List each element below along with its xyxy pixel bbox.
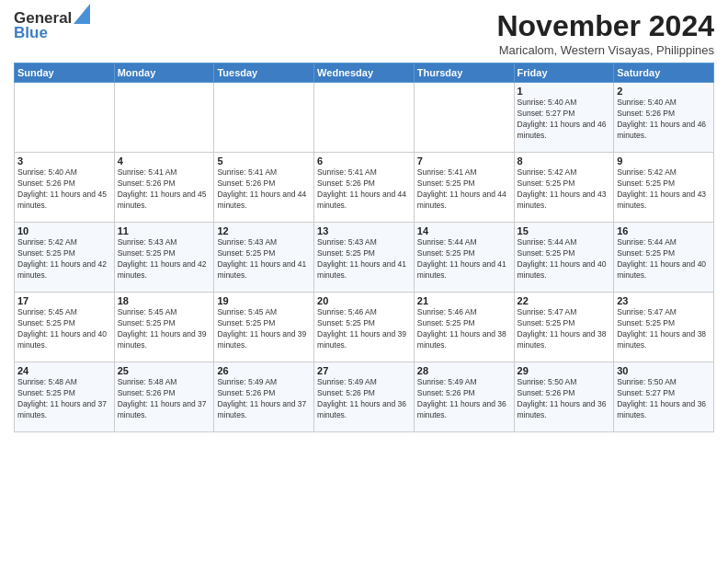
day-info-line: Daylight: 11 hours and 41 minutes. [417, 259, 511, 282]
day-info-line: Sunrise: 5:43 AM [118, 237, 211, 248]
day-info-line: Sunrise: 5:46 AM [417, 307, 511, 318]
day-info-line: Sunset: 5:26 PM [617, 109, 711, 120]
calendar-cell [414, 83, 514, 153]
day-info-line: Sunset: 5:25 PM [317, 318, 411, 329]
day-info-line: Sunrise: 5:43 AM [217, 237, 311, 248]
day-info: Sunrise: 5:41 AMSunset: 5:26 PMDaylight:… [217, 167, 311, 212]
calendar-cell: 27Sunrise: 5:49 AMSunset: 5:26 PMDayligh… [314, 362, 415, 432]
calendar-cell: 16Sunrise: 5:44 AMSunset: 5:25 PMDayligh… [614, 223, 714, 293]
day-info-line: Sunset: 5:25 PM [617, 318, 711, 329]
day-number: 6 [317, 155, 411, 167]
day-info-line: Sunrise: 5:45 AM [217, 307, 311, 318]
col-saturday: Saturday [614, 63, 714, 83]
day-info: Sunrise: 5:45 AMSunset: 5:25 PMDaylight:… [17, 307, 111, 351]
day-info-line: Daylight: 11 hours and 46 minutes. [518, 120, 611, 142]
day-info-line: Daylight: 11 hours and 39 minutes. [317, 329, 411, 351]
day-info: Sunrise: 5:41 AMSunset: 5:26 PMDaylight:… [317, 167, 411, 212]
day-info-line: Sunset: 5:25 PM [17, 248, 111, 259]
day-info: Sunrise: 5:50 AMSunset: 5:26 PMDaylight:… [518, 377, 611, 421]
day-number: 3 [17, 155, 111, 167]
logo: General Blue [14, 9, 90, 42]
day-number: 14 [417, 225, 511, 236]
day-info-line: Daylight: 11 hours and 41 minutes. [217, 259, 311, 282]
day-info-line: Sunrise: 5:49 AM [217, 377, 311, 388]
day-info-line: Sunset: 5:25 PM [518, 318, 611, 329]
day-info: Sunrise: 5:43 AMSunset: 5:25 PMDaylight:… [217, 237, 311, 282]
day-number: 9 [617, 155, 711, 167]
day-info-line: Daylight: 11 hours and 39 minutes. [118, 329, 211, 351]
day-info: Sunrise: 5:49 AMSunset: 5:26 PMDaylight:… [217, 377, 311, 421]
day-info: Sunrise: 5:42 AMSunset: 5:25 PMDaylight:… [518, 167, 611, 212]
day-info: Sunrise: 5:47 AMSunset: 5:25 PMDaylight:… [617, 307, 711, 351]
calendar-cell: 28Sunrise: 5:49 AMSunset: 5:26 PMDayligh… [414, 362, 514, 432]
calendar-cell: 20Sunrise: 5:46 AMSunset: 5:25 PMDayligh… [314, 293, 415, 362]
calendar-cell: 2Sunrise: 5:40 AMSunset: 5:26 PMDaylight… [614, 83, 714, 153]
day-info-line: Sunrise: 5:50 AM [518, 377, 611, 388]
day-number: 7 [417, 155, 511, 167]
calendar-cell [114, 83, 214, 153]
day-number: 1 [518, 86, 611, 97]
calendar-cell: 8Sunrise: 5:42 AMSunset: 5:25 PMDaylight… [514, 153, 614, 223]
day-info-line: Sunrise: 5:40 AM [617, 98, 711, 109]
calendar-cell: 13Sunrise: 5:43 AMSunset: 5:25 PMDayligh… [314, 223, 415, 293]
day-info-line: Sunrise: 5:42 AM [518, 167, 611, 178]
calendar-cell [214, 83, 314, 153]
calendar-cell: 10Sunrise: 5:42 AMSunset: 5:25 PMDayligh… [15, 223, 115, 293]
title-area: November 2024 Maricalom, Western Visayas… [496, 9, 714, 57]
calendar-cell: 3Sunrise: 5:40 AMSunset: 5:26 PMDaylight… [15, 153, 115, 223]
day-number: 5 [217, 155, 311, 167]
day-number: 13 [317, 225, 411, 236]
calendar-cell: 30Sunrise: 5:50 AMSunset: 5:27 PMDayligh… [614, 362, 714, 432]
day-info-line: Sunset: 5:25 PM [617, 178, 711, 190]
col-tuesday: Tuesday [214, 63, 314, 83]
day-number: 25 [118, 365, 211, 376]
day-info: Sunrise: 5:50 AMSunset: 5:27 PMDaylight:… [617, 377, 711, 421]
day-info-line: Daylight: 11 hours and 42 minutes. [17, 259, 111, 282]
day-info: Sunrise: 5:46 AMSunset: 5:25 PMDaylight:… [317, 307, 411, 351]
day-info-line: Sunset: 5:26 PM [317, 178, 411, 190]
day-number: 23 [617, 295, 711, 306]
day-info-line: Sunrise: 5:44 AM [518, 237, 611, 248]
day-info-line: Daylight: 11 hours and 46 minutes. [617, 120, 711, 142]
day-info-line: Sunrise: 5:48 AM [17, 377, 111, 388]
day-info-line: Daylight: 11 hours and 43 minutes. [518, 190, 611, 212]
day-info-line: Sunset: 5:25 PM [317, 248, 411, 259]
day-info: Sunrise: 5:42 AMSunset: 5:25 PMDaylight:… [617, 167, 711, 212]
day-info: Sunrise: 5:44 AMSunset: 5:25 PMDaylight:… [518, 237, 611, 282]
calendar-cell [314, 83, 415, 153]
day-info-line: Sunrise: 5:48 AM [118, 377, 211, 388]
day-info-line: Sunrise: 5:47 AM [617, 307, 711, 318]
day-info-line: Sunrise: 5:41 AM [317, 167, 411, 178]
calendar-cell: 22Sunrise: 5:47 AMSunset: 5:25 PMDayligh… [514, 293, 614, 362]
calendar-cell: 1Sunrise: 5:40 AMSunset: 5:27 PMDaylight… [514, 83, 614, 153]
day-info: Sunrise: 5:44 AMSunset: 5:25 PMDaylight:… [617, 237, 711, 282]
day-info-line: Daylight: 11 hours and 36 minutes. [518, 399, 611, 421]
day-info-line: Sunrise: 5:45 AM [17, 307, 111, 318]
day-number: 19 [217, 295, 311, 306]
calendar-week-0: 1Sunrise: 5:40 AMSunset: 5:27 PMDaylight… [15, 83, 714, 153]
day-info: Sunrise: 5:45 AMSunset: 5:25 PMDaylight:… [118, 307, 211, 351]
day-info-line: Sunrise: 5:44 AM [617, 237, 711, 248]
day-info-line: Sunset: 5:25 PM [417, 178, 511, 190]
day-info-line: Daylight: 11 hours and 44 minutes. [217, 190, 311, 212]
day-info-line: Sunset: 5:26 PM [317, 388, 411, 399]
calendar-cell: 23Sunrise: 5:47 AMSunset: 5:25 PMDayligh… [614, 293, 714, 362]
day-number: 2 [617, 86, 711, 97]
day-number: 28 [417, 365, 511, 376]
day-info: Sunrise: 5:49 AMSunset: 5:26 PMDaylight:… [417, 377, 511, 421]
day-info-line: Daylight: 11 hours and 36 minutes. [417, 399, 511, 421]
day-info-line: Sunrise: 5:42 AM [617, 167, 711, 178]
day-info-line: Sunrise: 5:44 AM [417, 237, 511, 248]
day-info: Sunrise: 5:41 AMSunset: 5:25 PMDaylight:… [417, 167, 511, 212]
day-number: 4 [118, 155, 211, 167]
calendar-week-4: 24Sunrise: 5:48 AMSunset: 5:25 PMDayligh… [15, 362, 714, 432]
day-info-line: Sunrise: 5:43 AM [317, 237, 411, 248]
day-info-line: Sunset: 5:26 PM [118, 178, 211, 190]
day-info-line: Daylight: 11 hours and 40 minutes. [518, 259, 611, 282]
day-info-line: Sunset: 5:25 PM [217, 318, 311, 329]
calendar-cell: 17Sunrise: 5:45 AMSunset: 5:25 PMDayligh… [15, 293, 115, 362]
calendar-week-1: 3Sunrise: 5:40 AMSunset: 5:26 PMDaylight… [15, 153, 714, 223]
calendar-cell: 5Sunrise: 5:41 AMSunset: 5:26 PMDaylight… [214, 153, 314, 223]
day-info-line: Daylight: 11 hours and 38 minutes. [617, 329, 711, 351]
calendar-cell: 4Sunrise: 5:41 AMSunset: 5:26 PMDaylight… [114, 153, 214, 223]
